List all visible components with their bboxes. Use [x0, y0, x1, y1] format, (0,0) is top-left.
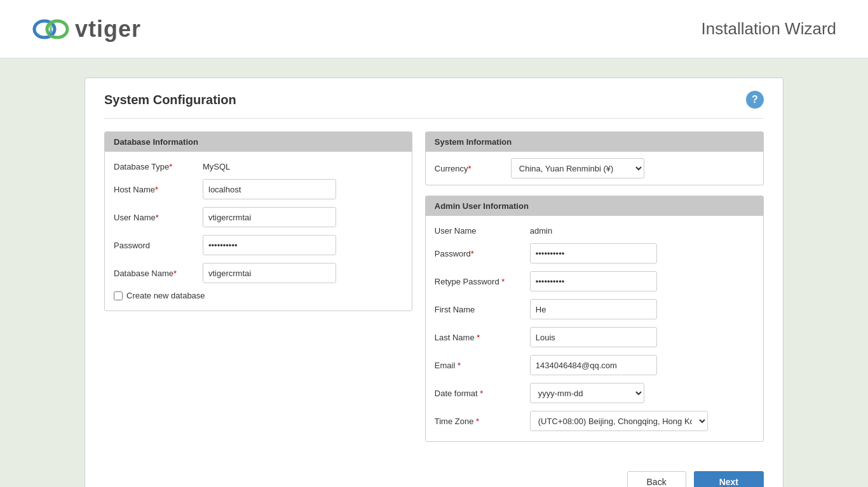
admin-section-body: User Name admin Password* Retype Passwor [426, 216, 763, 441]
create-db-checkbox[interactable] [114, 291, 123, 300]
admin-username-value: admin [530, 226, 552, 236]
admin-password-label: Password* [435, 249, 530, 258]
database-section-body: Database Type* MySQL Host Name* [105, 152, 412, 310]
admin-firstname-input[interactable] [530, 299, 657, 319]
timezone-row: Time Zone * (UTC+08:00) Beijing, Chongqi… [435, 411, 754, 431]
admin-lastname-row: Last Name * [435, 327, 754, 347]
db-name-input[interactable] [203, 263, 336, 283]
logo-text: vtiger [75, 16, 141, 43]
system-info-section: System Information Currency* China, Yuan… [425, 131, 764, 185]
admin-username-label: User Name [435, 226, 530, 236]
admin-retype-password-row: Retype Password * [435, 271, 754, 291]
db-type-label: Database Type* [114, 162, 203, 171]
create-db-label: Create new database [126, 291, 205, 300]
admin-email-input[interactable] [530, 355, 657, 375]
content-area: Database Information Database Type* MySQ… [104, 131, 764, 452]
db-password-input[interactable] [203, 235, 336, 255]
vtiger-logo-icon [32, 11, 70, 46]
admin-email-label: Email * [435, 361, 530, 370]
db-name-row: Database Name* [114, 263, 403, 283]
db-user-name-input[interactable] [203, 207, 336, 227]
left-column: Database Information Database Type* MySQ… [104, 131, 412, 452]
user-name-row: User Name* [114, 207, 403, 227]
admin-retype-password-label: Retype Password * [435, 277, 530, 286]
date-format-row: Date format * yyyy-mm-dd [435, 383, 754, 403]
main-container: System Configuration ? Database Informat… [85, 77, 783, 487]
admin-password-input[interactable] [530, 243, 657, 264]
admin-email-row: Email * [435, 355, 754, 375]
admin-info-section: Admin User Information User Name admin P… [425, 196, 764, 442]
logo-area: vtiger [32, 11, 141, 46]
password-label: Password [114, 241, 203, 250]
currency-row: Currency* China, Yuan Renminbi (¥) [426, 152, 763, 185]
timezone-select[interactable]: (UTC+08:00) Beijing, Chongqing, Hong Kon… [530, 411, 708, 431]
currency-label: Currency* [435, 164, 511, 173]
system-section-header: System Information [426, 132, 763, 152]
host-name-label: Host Name* [114, 185, 203, 194]
database-section-header: Database Information [105, 132, 412, 152]
bottom-buttons: Back Next [104, 465, 764, 487]
help-icon[interactable]: ? [746, 91, 764, 109]
admin-username-row: User Name admin [435, 226, 754, 236]
back-button[interactable]: Back [627, 471, 686, 487]
password-row: Password [114, 235, 403, 255]
admin-retype-password-input[interactable] [530, 271, 657, 291]
header-title: Installation Wizard [702, 19, 836, 39]
create-db-row: Create new database [114, 291, 403, 300]
timezone-label: Time Zone * [435, 417, 530, 426]
db-type-row: Database Type* MySQL [114, 162, 403, 171]
page-title-row: System Configuration ? [104, 91, 764, 119]
page-title: System Configuration [104, 93, 236, 107]
currency-select[interactable]: China, Yuan Renminbi (¥) [511, 158, 644, 178]
admin-lastname-input[interactable] [530, 327, 657, 347]
admin-firstname-row: First Name [435, 299, 754, 319]
admin-password-row: Password* [435, 243, 754, 264]
database-info-section: Database Information Database Type* MySQ… [104, 131, 412, 311]
host-name-row: Host Name* [114, 179, 403, 199]
next-button[interactable]: Next [694, 471, 764, 487]
admin-firstname-label: First Name [435, 305, 530, 314]
db-name-label: Database Name* [114, 269, 203, 278]
date-format-select[interactable]: yyyy-mm-dd [530, 383, 644, 403]
user-name-label: User Name* [114, 213, 203, 222]
date-format-label: Date format * [435, 389, 530, 398]
right-column: System Information Currency* China, Yuan… [425, 131, 764, 452]
db-type-value: MySQL [203, 162, 230, 171]
app-header: vtiger Installation Wizard [0, 0, 868, 58]
admin-section-header: Admin User Information [426, 196, 763, 216]
admin-lastname-label: Last Name * [435, 333, 530, 342]
host-name-input[interactable] [203, 179, 336, 199]
